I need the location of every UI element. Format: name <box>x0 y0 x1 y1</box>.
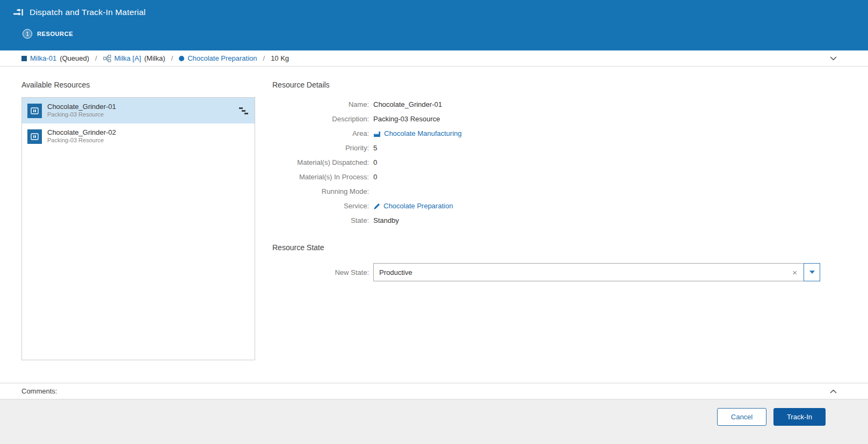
new-state-combobox: × <box>373 263 820 281</box>
dispatch-trackin-icon <box>13 8 24 17</box>
resource-description: Packing-03 Resource <box>47 111 116 119</box>
breadcrumb-separator: / <box>95 54 97 62</box>
detail-row-area: Area: Chocolate Manufacturing <box>272 129 847 139</box>
track-in-button[interactable]: Track-In <box>773 408 826 426</box>
detail-value: Packing-03 Resource <box>373 114 440 124</box>
breadcrumb-flow-link[interactable]: Milka [A] <box>114 54 141 62</box>
breadcrumb-step-link[interactable]: Chocolate Preparation <box>187 54 257 62</box>
detail-row-service: Service: Chocolate Preparation <box>272 201 847 211</box>
resource-list-item[interactable]: Chocolate_Grinder-01 Packing-03 Resource <box>22 98 255 123</box>
clear-icon[interactable]: × <box>790 268 799 276</box>
breadcrumb-material-state: (Queued) <box>60 54 89 62</box>
area-link[interactable]: Chocolate Manufacturing <box>373 129 462 139</box>
chevron-up-icon[interactable] <box>830 389 837 394</box>
resource-details-title: Resource Details <box>272 81 847 89</box>
detail-row-state: State: Standby <box>272 216 847 225</box>
detail-value: Standby <box>373 216 399 225</box>
resource-state-title: Resource State <box>272 243 847 252</box>
resource-list: Chocolate_Grinder-01 Packing-03 Resource <box>21 97 255 360</box>
new-state-row: New State: × <box>272 263 847 281</box>
detail-label: Material(s) Dispatched: <box>272 158 369 168</box>
comments-label: Comments: <box>21 387 57 395</box>
available-resources-title: Available Resources <box>21 81 255 89</box>
wizard-header: Dispatch and Track-In Material 1 RESOURC… <box>0 0 868 50</box>
area-link-label: Chocolate Manufacturing <box>384 129 462 139</box>
service-link-label: Chocolate Preparation <box>384 201 453 211</box>
breadcrumb-flow-suffix: (Milka) <box>144 54 165 62</box>
sub-steps-icon[interactable] <box>239 107 248 115</box>
resource-list-item[interactable]: Chocolate_Grinder-02 Packing-03 Resource <box>22 123 255 149</box>
breadcrumb: Milka-01 (Queued) / Milka [A] (Milka) / … <box>0 50 868 67</box>
detail-label: Service: <box>272 201 369 211</box>
main-content: Available Resources Chocolate_Grinder-01… <box>0 67 868 383</box>
step-number-badge: 1 <box>23 29 32 39</box>
chevron-down-icon[interactable] <box>830 56 837 61</box>
detail-label: State: <box>272 216 369 225</box>
area-icon <box>373 130 381 137</box>
available-resources-panel: Available Resources Chocolate_Grinder-01… <box>21 81 255 383</box>
detail-label: Description: <box>272 114 369 124</box>
breadcrumb-separator: / <box>171 54 173 62</box>
detail-row-materials-in-process: Material(s) In Process: 0 <box>272 172 847 182</box>
new-state-input[interactable] <box>379 268 790 276</box>
detail-row-description: Description: Packing-03 Resource <box>272 114 847 124</box>
resource-name: Chocolate_Grinder-02 <box>47 128 116 137</box>
detail-value: Chocolate_Grinder-01 <box>373 100 442 110</box>
detail-value: 0 <box>373 158 377 168</box>
new-state-dropdown-button[interactable] <box>804 263 820 281</box>
flow-icon <box>103 55 111 62</box>
breadcrumb-material-link[interactable]: Milka-01 <box>30 54 56 62</box>
detail-row-running-mode: Running Mode: <box>272 187 847 196</box>
service-link[interactable]: Chocolate Preparation <box>373 201 453 211</box>
resource-name: Chocolate_Grinder-01 <box>47 103 116 111</box>
step-icon <box>179 56 184 61</box>
breadcrumb-quantity: 10 Kg <box>271 54 289 62</box>
cancel-button[interactable]: Cancel <box>717 408 766 426</box>
step-label: RESOURCE <box>37 31 73 37</box>
detail-row-name: Name: Chocolate_Grinder-01 <box>272 100 847 110</box>
new-state-label: New State: <box>272 268 369 276</box>
detail-label: Area: <box>272 129 369 139</box>
resource-icon <box>27 129 42 144</box>
comments-bar: Comments: <box>0 383 868 399</box>
detail-value: 5 <box>373 143 377 153</box>
page-title: Dispatch and Track-In Material <box>30 8 146 17</box>
detail-value: 0 <box>373 172 377 182</box>
wizard-step-resource[interactable]: 1 RESOURCE <box>23 29 855 39</box>
resource-details-panel: Resource Details Name: Chocolate_Grinder… <box>272 81 847 383</box>
resource-icon <box>27 104 42 118</box>
material-icon <box>21 56 27 61</box>
footer-actions: Cancel Track-In <box>0 399 868 444</box>
service-icon <box>373 203 380 210</box>
detail-row-materials-dispatched: Material(s) Dispatched: 0 <box>272 158 847 168</box>
detail-label: Priority: <box>272 143 369 153</box>
detail-label: Running Mode: <box>272 187 369 196</box>
detail-label: Material(s) In Process: <box>272 172 369 182</box>
new-state-input-wrapper: × <box>373 263 804 281</box>
resource-description: Packing-03 Resource <box>47 137 116 144</box>
detail-row-priority: Priority: 5 <box>272 143 847 153</box>
caret-down-icon <box>809 271 815 274</box>
detail-label: Name: <box>272 100 369 110</box>
breadcrumb-separator: / <box>263 54 265 62</box>
